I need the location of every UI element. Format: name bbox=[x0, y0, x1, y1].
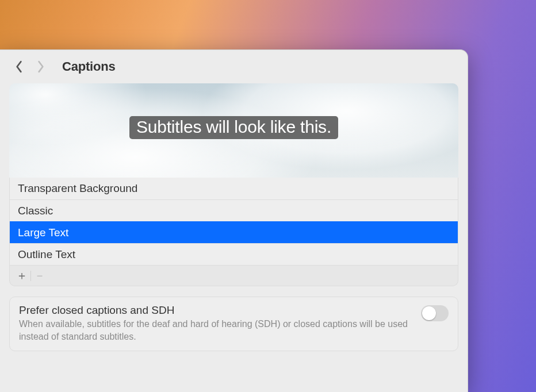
minus-icon: － bbox=[34, 268, 45, 283]
chevron-left-icon bbox=[15, 60, 23, 73]
style-row-classic[interactable]: Classic bbox=[10, 199, 458, 221]
caption-style-list: Transparent Background Classic Large Tex… bbox=[9, 178, 458, 266]
add-style-button[interactable]: ＋ bbox=[13, 268, 30, 284]
prefer-sdh-toggle[interactable] bbox=[421, 305, 449, 321]
subtitle-preview: Subtitles will look like this. bbox=[9, 83, 458, 178]
style-list-footer: ＋ － bbox=[9, 266, 458, 286]
plus-icon: ＋ bbox=[16, 268, 28, 283]
style-row-label: Classic bbox=[18, 205, 53, 217]
style-row-transparent-background[interactable]: Transparent Background bbox=[10, 178, 458, 199]
chevron-right-icon bbox=[37, 60, 45, 73]
titlebar: Captions bbox=[0, 50, 468, 83]
content-area: Subtitles will look like this. Transpare… bbox=[0, 83, 468, 360]
prefer-sdh-option: Prefer closed captions and SDH When avai… bbox=[9, 297, 458, 351]
captions-preferences-window: Captions Subtitles will look like this. … bbox=[0, 49, 468, 392]
style-row-label: Outline Text bbox=[18, 248, 75, 261]
option-title: Prefer closed captions and SDH bbox=[19, 304, 412, 317]
back-button[interactable] bbox=[9, 58, 29, 75]
remove-style-button[interactable]: － bbox=[31, 268, 48, 284]
option-text-block: Prefer closed captions and SDH When avai… bbox=[19, 304, 412, 343]
toggle-knob bbox=[422, 306, 436, 320]
subtitle-sample-text: Subtitles will look like this. bbox=[129, 116, 338, 139]
style-row-label: Transparent Background bbox=[18, 182, 137, 195]
forward-button[interactable] bbox=[31, 58, 51, 75]
page-title: Captions bbox=[62, 59, 116, 74]
style-row-outline-text[interactable]: Outline Text bbox=[10, 243, 458, 265]
style-row-large-text[interactable]: Large Text bbox=[10, 221, 458, 243]
option-description: When available, subtitles for the deaf a… bbox=[19, 318, 412, 343]
style-row-label: Large Text bbox=[18, 226, 68, 239]
